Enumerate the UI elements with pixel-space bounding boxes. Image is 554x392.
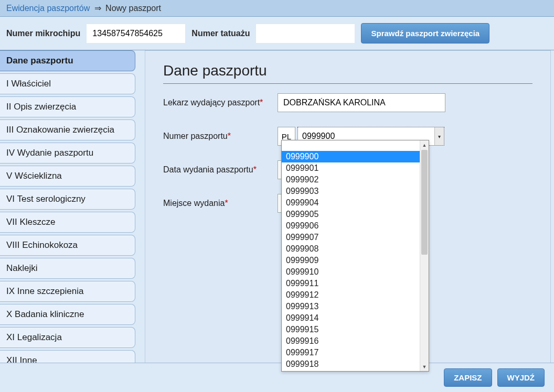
dropdown-scrollbar[interactable]: ▲ ▼: [420, 140, 429, 371]
vet-label: Lekarz wydający paszport*: [163, 98, 278, 107]
dropdown-option[interactable]: 0999916: [282, 335, 429, 347]
place-label: Miejsce wydania*: [163, 199, 278, 208]
sidebar-item-legalizacja[interactable]: XI Legalizacja: [0, 327, 135, 348]
required-asterisk: *: [253, 165, 257, 174]
dropdown-option[interactable]: 0999917: [282, 347, 429, 358]
panel-divider: [163, 83, 532, 84]
passno-label: Numer paszportu*: [163, 132, 278, 141]
sidebar-item-wlasciciel[interactable]: I Właściciel: [0, 73, 135, 94]
dropdown-blank-option[interactable]: [282, 141, 429, 151]
microchip-input[interactable]: [87, 24, 185, 43]
sidebar-item-oznakowanie[interactable]: III Oznakowanie zwierzęcia: [0, 119, 135, 140]
sidebar-item-dane-paszportu[interactable]: Dane paszportu: [0, 50, 135, 71]
dropdown-option[interactable]: 0999901: [282, 162, 429, 174]
top-form-bar: Numer mikrochipu Numer tatuażu Sprawdź p…: [0, 17, 554, 50]
dropdown-option[interactable]: 0999905: [282, 209, 429, 220]
sidebar-item-inne-szczepienia[interactable]: IX Inne szczepienia: [0, 281, 135, 302]
required-asterisk: *: [260, 98, 263, 107]
sidebar-item-echinokokoza[interactable]: VIII Echinokokoza: [0, 235, 135, 256]
vet-input[interactable]: [278, 93, 445, 112]
sidebar-item-test-serologiczny[interactable]: VI Test serologiczny: [0, 189, 135, 210]
check-passport-button[interactable]: Sprawdź paszport zwierzęcia: [361, 23, 489, 43]
breadcrumb-current: Nowy paszport: [105, 4, 161, 13]
dropdown-option[interactable]: 0999913: [282, 301, 429, 312]
tattoo-label: Numer tatuażu: [191, 29, 250, 38]
panel-title: Dane paszportu: [163, 62, 532, 79]
dropdown-option[interactable]: 0999918: [282, 358, 429, 370]
sidebar-item-wscieklizna[interactable]: V Wścieklizna: [0, 166, 135, 187]
required-asterisk: *: [225, 199, 228, 208]
row-vet: Lekarz wydający paszport*: [163, 93, 532, 112]
passno-dropdown[interactable]: 0999900099990109999020999903099990409999…: [281, 140, 429, 372]
dropdown-option[interactable]: 0999902: [282, 174, 429, 186]
microchip-label: Numer mikrochipu: [6, 29, 80, 38]
required-asterisk: *: [228, 132, 231, 140]
chevron-down-icon[interactable]: ▾: [434, 127, 444, 145]
sidebar-item-badania-kliniczne[interactable]: X Badania kliniczne: [0, 304, 135, 325]
workarea: Dane paszportu I Właściciel II Opis zwie…: [0, 50, 554, 391]
dropdown-option[interactable]: 0999914: [282, 312, 429, 324]
dropdown-option[interactable]: 0999907: [282, 232, 429, 243]
dropdown-option[interactable]: 0999912: [282, 289, 429, 301]
tattoo-input[interactable]: [256, 24, 355, 43]
breadcrumb-link[interactable]: Ewidencja paszportów: [6, 4, 90, 13]
sidebar-item-kleszcze[interactable]: VII Kleszcze: [0, 212, 135, 233]
dropdown-option[interactable]: 0999908: [282, 243, 429, 255]
date-label: Data wydania paszportu*: [163, 165, 278, 175]
scroll-up-icon[interactable]: ▲: [420, 140, 429, 149]
dropdown-option[interactable]: 0999906: [282, 220, 429, 232]
dropdown-option[interactable]: 0999910: [282, 266, 429, 278]
dropdown-option[interactable]: 0999915: [282, 324, 429, 335]
dropdown-option[interactable]: 0999911: [282, 278, 429, 289]
sidebar-item-opis-zwierzecia[interactable]: II Opis zwierzęcia: [0, 96, 135, 117]
dropdown-option[interactable]: 0999900: [282, 151, 429, 162]
scroll-down-icon[interactable]: ▼: [420, 362, 429, 371]
dropdown-option[interactable]: 0999904: [282, 197, 429, 209]
breadcrumb: Ewidencja paszportów ⇒ Nowy paszport: [0, 0, 554, 17]
dropdown-option[interactable]: 0999903: [282, 186, 429, 197]
scroll-thumb[interactable]: [421, 150, 428, 255]
sidebar: Dane paszportu I Właściciel II Opis zwie…: [0, 50, 135, 391]
save-button[interactable]: ZAPISZ: [444, 368, 492, 387]
dropdown-option[interactable]: 0999909: [282, 255, 429, 266]
sidebar-item-naklejki[interactable]: Naklejki: [0, 258, 135, 279]
breadcrumb-arrow-icon: ⇒: [92, 4, 103, 13]
exit-button[interactable]: WYJDŹ: [497, 368, 545, 387]
sidebar-item-wydanie-paszportu[interactable]: IV Wydanie paszportu: [0, 143, 135, 164]
footer-bar: ZAPISZ WYJDŹ: [0, 363, 554, 392]
